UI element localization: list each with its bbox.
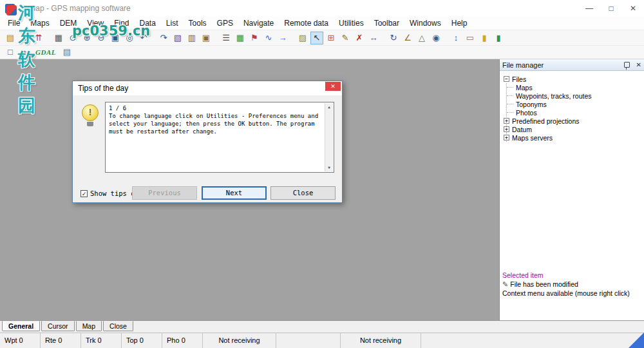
project-properties-icon[interactable]: ▤: [61, 46, 73, 59]
zoom-window-icon[interactable]: ▣: [109, 32, 122, 44]
layers-icon[interactable]: ☰: [220, 32, 232, 44]
expand-icon[interactable]: +: [504, 126, 509, 132]
menu-item-file[interactable]: File: [3, 18, 25, 28]
dialog-title-bar[interactable]: Tips of the day ✕: [73, 81, 342, 95]
pencil-icon: ✎: [502, 280, 508, 288]
expand-icon[interactable]: +: [504, 118, 509, 124]
rotate-item-icon[interactable]: ↻: [387, 32, 400, 44]
tip-scrollbar[interactable]: ▲ ▼: [325, 103, 333, 171]
import-file-icon[interactable]: ⇊: [18, 32, 31, 44]
zoom-in-icon[interactable]: ⊕: [80, 32, 93, 44]
minimize-button[interactable]: —: [578, 0, 600, 17]
menu-item-view[interactable]: View: [82, 18, 109, 28]
tab-map[interactable]: Map: [76, 321, 102, 331]
tree-item-maps-servers[interactable]: +Maps servers: [507, 133, 643, 142]
selection-box-icon[interactable]: □: [4, 46, 17, 59]
menu-item-navigate[interactable]: Navigate: [238, 18, 279, 28]
tree-item-datum[interactable]: +Datum: [507, 125, 643, 133]
add-waypoint-icon[interactable]: ⊞: [325, 32, 337, 44]
dialog-close-action-button[interactable]: Close: [270, 186, 336, 200]
tree-label: Files: [512, 75, 526, 83]
menu-item-windows[interactable]: Windows: [404, 18, 446, 28]
zoom-out-icon[interactable]: ⊖: [95, 32, 108, 44]
tip-text-box[interactable]: 1 / 6 To change language click on Utilit…: [105, 102, 334, 173]
gps-position-icon[interactable]: ◉: [430, 32, 442, 44]
export-file-icon[interactable]: ⇈: [32, 32, 45, 44]
waypoint-icon[interactable]: ⚑: [248, 32, 261, 44]
show-tips-label: Show tips on s: [90, 189, 135, 197]
tip-text: To change language click on Utilities - …: [109, 112, 321, 135]
move-item-icon[interactable]: ↔: [367, 32, 380, 44]
zoom-next-icon[interactable]: ↷: [157, 32, 170, 44]
map-properties-icon[interactable]: ▥: [185, 32, 198, 44]
tree-item-maps[interactable]: Maps: [507, 83, 643, 92]
print-icon[interactable]: ▦: [52, 32, 65, 44]
menu-item-remote-data[interactable]: Remote data: [279, 18, 334, 28]
menu-item-find[interactable]: Find: [109, 18, 134, 28]
ruler-icon[interactable]: ▭: [464, 32, 477, 44]
status-top-0-4: Top 0: [122, 333, 162, 348]
menu-item-tools[interactable]: Tools: [184, 18, 212, 28]
map-workspace[interactable]: Tips of the day ✕ 1 / 6 To change langua…: [0, 59, 499, 320]
previous-button[interactable]: Previous: [132, 186, 197, 200]
altitude-profile-icon[interactable]: △: [415, 32, 428, 44]
circle-tool-icon[interactable]: ●: [18, 46, 31, 59]
highlight-yellow-icon[interactable]: ▮: [478, 32, 491, 44]
route-icon[interactable]: →: [276, 32, 289, 44]
duplicate-icon[interactable]: ▣: [200, 32, 213, 44]
menu-item-toolbar[interactable]: Toolbar: [369, 18, 404, 28]
status-empty-7: [276, 333, 341, 348]
select-tool-icon[interactable]: ↖: [310, 32, 323, 44]
photo-icon[interactable]: ▨: [296, 32, 309, 44]
navigate-icon[interactable]: ↕: [450, 32, 462, 44]
open-map-icon[interactable]: ▤: [4, 32, 17, 44]
toolbar-row-2: □●GDAL▤: [0, 45, 644, 59]
zoom-extent-icon[interactable]: ◎: [123, 32, 136, 44]
tab-general[interactable]: General: [2, 321, 40, 331]
calibrate-map-icon[interactable]: ▧: [171, 32, 184, 44]
tree-item-files[interactable]: −Files: [504, 75, 643, 83]
expand-icon[interactable]: +: [504, 135, 509, 140]
tab-cursor[interactable]: Cursor: [41, 321, 75, 331]
pin-icon[interactable]: [624, 62, 630, 68]
grid-icon[interactable]: ▦: [234, 32, 247, 44]
tab-close[interactable]: Close: [103, 321, 133, 331]
measure-icon[interactable]: ∠: [401, 32, 414, 44]
show-tips-checkbox[interactable]: ✓: [80, 190, 88, 197]
menu-item-utilities[interactable]: Utilities: [334, 18, 369, 28]
panel-close-icon[interactable]: ✕: [636, 62, 641, 68]
scroll-down-icon[interactable]: ▼: [328, 165, 330, 170]
menu-item-maps[interactable]: Maps: [25, 18, 54, 28]
next-button[interactable]: Next: [202, 186, 267, 200]
lightbulb-icon: [80, 104, 100, 126]
title-bar[interactable]: OkMap - GPS mapping software — □ ✕: [0, 0, 644, 17]
tree-item-photos[interactable]: Photos: [507, 108, 643, 117]
tree-item-toponyms[interactable]: Toponyms: [507, 100, 643, 108]
file-manager-header[interactable]: File manager ✕: [500, 59, 644, 71]
tree-item-waypoints-tracks-routes[interactable]: Waypoints, tracks, routes: [507, 92, 643, 100]
menu-item-dem[interactable]: DEM: [55, 18, 82, 28]
menu-item-gps[interactable]: GPS: [212, 18, 238, 28]
menu-item-help[interactable]: Help: [446, 18, 473, 28]
find-icon[interactable]: ⊙: [66, 32, 79, 44]
tree-label: Toponyms: [516, 101, 547, 108]
dialog-close-button[interactable]: ✕: [325, 82, 341, 91]
highlight-green-icon[interactable]: ▮: [492, 32, 505, 44]
maximize-button[interactable]: □: [600, 0, 622, 17]
tree-item-predefined-projections[interactable]: +Predefined projections: [507, 117, 643, 125]
tree-label: Photos: [516, 109, 537, 117]
scroll-up-icon[interactable]: ▲: [328, 104, 330, 110]
gdal-logo[interactable]: GDAL: [32, 46, 59, 59]
menu-item-list[interactable]: List: [161, 18, 184, 28]
delete-item-icon[interactable]: ✗: [353, 32, 366, 44]
track-icon[interactable]: ∿: [262, 32, 275, 44]
menu-item-data[interactable]: Data: [135, 18, 161, 28]
panel-info: Selected item ✎File has been modified Co…: [502, 271, 643, 298]
close-button[interactable]: ✕: [622, 0, 644, 17]
zoom-prev-icon[interactable]: ↶: [137, 32, 150, 44]
file-manager-title: File manager: [502, 61, 624, 69]
edit-item-icon[interactable]: ✎: [339, 32, 352, 44]
collapse-icon[interactable]: −: [504, 76, 509, 82]
status-bar: Wpt 0Rte 0Trk 0Top 0Pho 0Not receivingNo…: [0, 333, 644, 348]
show-tips-checkbox-row[interactable]: ✓ Show tips on s: [80, 189, 135, 197]
